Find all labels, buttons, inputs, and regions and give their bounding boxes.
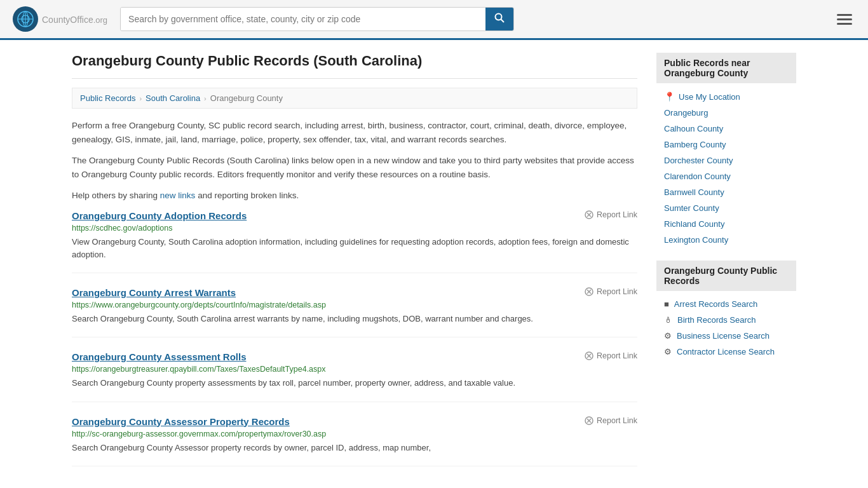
record-entry: Orangeburg County Assessor Property Reco… (72, 416, 637, 466)
nearby-title: Public Records near Orangeburg County (656, 53, 796, 83)
record-header: Orangeburg County Assessor Property Reco… (72, 416, 637, 427)
sidebar: Public Records near Orangeburg County 📍 … (656, 53, 796, 480)
report-icon (585, 416, 593, 425)
report-link[interactable]: Report Link (585, 210, 637, 219)
breadcrumb-current: Orangeburg County (210, 93, 283, 103)
menu-line (837, 14, 852, 16)
records-sidebar-section: Orangeburg County Public Records ■ Arres… (656, 261, 796, 360)
logo[interactable]: CountyOffice.org (13, 6, 107, 32)
search-bar (120, 7, 514, 31)
breadcrumb-sep: › (139, 95, 142, 102)
site-header: CountyOffice.org (0, 0, 868, 40)
menu-button[interactable] (834, 11, 855, 28)
nearby-links: OrangeburgCalhoun CountyBamberg CountyDo… (656, 105, 796, 248)
main-container: Orangeburg County Public Records (South … (59, 40, 809, 488)
record-description: Search Orangeburg County Assessor proper… (72, 442, 637, 454)
new-links-link[interactable]: new links (160, 191, 196, 200)
record-entry: Orangeburg County Adoption Records Repor… (72, 210, 637, 273)
description-1: Perform a free Orangeburg County, SC pub… (72, 119, 637, 146)
record-type-icon: ■ (664, 299, 669, 309)
record-header: Orangeburg County Arrest Warrants Report… (72, 287, 637, 298)
report-link[interactable]: Report Link (585, 287, 637, 296)
sidebar-record-label: Arrest Records Search (674, 299, 758, 309)
record-title[interactable]: Orangeburg County Assessment Rolls (72, 351, 247, 362)
report-icon (585, 287, 593, 296)
sidebar-records-list: ■ Arrest Records Search 🕯 Birth Records … (656, 296, 796, 360)
record-description: Search Orangeburg County, South Carolina… (72, 313, 637, 325)
page-title: Orangeburg County Public Records (South … (72, 53, 637, 79)
report-icon (585, 351, 593, 360)
breadcrumb-south-carolina[interactable]: South Carolina (146, 93, 200, 103)
nearby-link[interactable]: Richland County (656, 216, 796, 232)
nearby-link[interactable]: Dorchester County (656, 152, 796, 168)
search-button[interactable] (485, 8, 513, 30)
report-link[interactable]: Report Link (585, 416, 637, 425)
menu-line (837, 18, 852, 20)
nearby-link[interactable]: Bamberg County (656, 137, 796, 152)
records-sidebar-title: Orangeburg County Public Records (656, 261, 796, 291)
record-header: Orangeburg County Adoption Records Repor… (72, 210, 637, 221)
nearby-link[interactable]: Sumter County (656, 200, 796, 216)
nearby-link[interactable]: Calhoun County (656, 121, 796, 137)
pin-icon: 📍 (664, 92, 675, 102)
record-title[interactable]: Orangeburg County Adoption Records (72, 210, 247, 221)
sidebar-record-label: Business License Search (677, 331, 770, 341)
main-content: Orangeburg County Public Records (South … (72, 53, 637, 480)
description-2: The Orangeburg County Public Records (So… (72, 154, 637, 181)
record-url[interactable]: https://scdhec.gov/adoptions (72, 224, 637, 233)
record-url[interactable]: https://orangeburgtreasurer.qpaybill.com… (72, 365, 637, 374)
sidebar-record-label: Birth Records Search (677, 315, 756, 325)
logo-text: CountyOffice.org (42, 13, 107, 26)
records-list: Orangeburg County Adoption Records Repor… (72, 210, 637, 466)
nearby-link[interactable]: Orangeburg (656, 105, 796, 121)
record-title[interactable]: Orangeburg County Arrest Warrants (72, 287, 236, 298)
report-link[interactable]: Report Link (585, 351, 637, 360)
use-location-btn[interactable]: 📍 Use My Location (656, 88, 796, 105)
record-type-icon: ⚙ (664, 347, 672, 356)
menu-line (837, 23, 852, 25)
breadcrumb-sep2: › (204, 95, 207, 102)
sidebar-record-item[interactable]: 🕯 Birth Records Search (656, 312, 796, 328)
sidebar-record-item[interactable]: ■ Arrest Records Search (656, 296, 796, 312)
record-description: View Orangeburg County, South Carolina a… (72, 236, 637, 261)
record-title[interactable]: Orangeburg County Assessor Property Reco… (72, 416, 290, 427)
record-entry: Orangeburg County Arrest Warrants Report… (72, 287, 637, 337)
report-icon (585, 210, 593, 219)
nearby-link[interactable]: Lexington County (656, 232, 796, 248)
record-type-icon: ⚙ (664, 331, 672, 341)
record-header: Orangeburg County Assessment Rolls Repor… (72, 351, 637, 362)
sidebar-record-item[interactable]: ⚙ Business License Search (656, 328, 796, 344)
svg-point-5 (496, 14, 502, 20)
breadcrumb-public-records[interactable]: Public Records (80, 93, 135, 103)
breadcrumb: Public Records › South Carolina › Orange… (72, 88, 637, 109)
nearby-link[interactable]: Barnwell County (656, 184, 796, 200)
description-3: Help others by sharing new links and rep… (72, 189, 637, 203)
nearby-link[interactable]: Clarendon County (656, 168, 796, 184)
svg-line-6 (501, 20, 505, 23)
record-entry: Orangeburg County Assessment Rolls Repor… (72, 351, 637, 402)
search-input[interactable] (121, 8, 485, 30)
record-description: Search Orangeburg County property assess… (72, 377, 637, 390)
logo-icon (13, 6, 38, 32)
sidebar-record-item[interactable]: ⚙ Contractor License Search (656, 344, 796, 360)
sidebar-record-label: Contractor License Search (677, 347, 775, 356)
record-type-icon: 🕯 (664, 315, 672, 325)
nearby-section: Public Records near Orangeburg County 📍 … (656, 53, 796, 248)
record-url[interactable]: https://www.orangeburgcounty.org/depts/c… (72, 301, 637, 309)
record-url[interactable]: http://sc-orangeburg-assessor.governmax.… (72, 430, 637, 438)
